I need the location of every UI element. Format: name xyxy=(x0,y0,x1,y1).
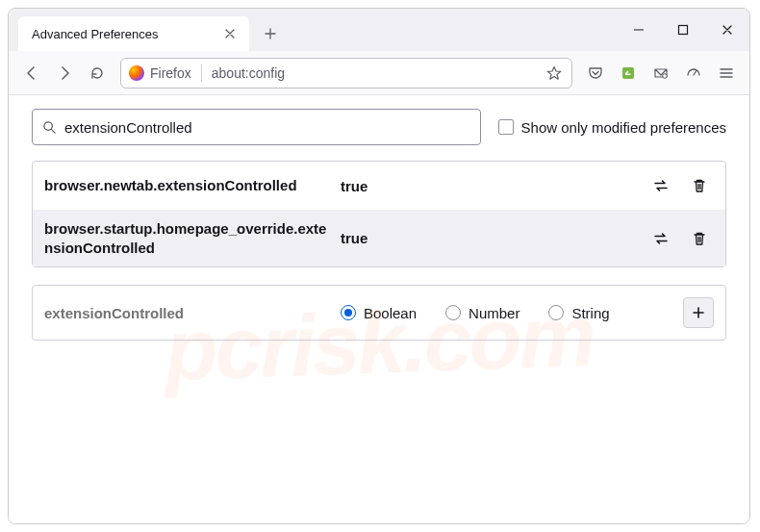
svg-rect-0 xyxy=(679,26,688,35)
pocket-button[interactable] xyxy=(580,58,611,89)
search-icon xyxy=(42,120,57,135)
window-controls xyxy=(617,9,749,51)
search-input[interactable] xyxy=(64,119,470,136)
reload-button[interactable] xyxy=(82,58,113,89)
radio-label: Number xyxy=(469,305,519,321)
radio-label: Boolean xyxy=(364,305,417,321)
url-bar[interactable]: Firefox about:config xyxy=(120,58,572,89)
checkbox-icon xyxy=(498,119,514,135)
close-window-button[interactable] xyxy=(705,9,749,51)
browser-tab[interactable]: Advanced Preferences xyxy=(18,16,249,51)
type-radio-group: Boolean Number String xyxy=(341,305,673,321)
svg-rect-1 xyxy=(622,67,634,79)
pref-row[interactable]: browser.startup.homepage_override.extens… xyxy=(33,210,725,266)
tab-title: Advanced Preferences xyxy=(32,27,220,41)
identity-label: Firefox xyxy=(150,65,191,81)
radio-boolean[interactable]: Boolean xyxy=(341,305,417,321)
checkbox-label-text: Show only modified preferences xyxy=(521,119,726,136)
identity-box[interactable]: Firefox xyxy=(129,64,202,82)
forward-button[interactable] xyxy=(49,58,80,89)
radio-label: String xyxy=(571,305,609,321)
delete-button[interactable] xyxy=(685,171,714,200)
bookmark-star-icon[interactable] xyxy=(543,62,566,85)
radio-number[interactable]: Number xyxy=(445,305,519,321)
radio-icon xyxy=(445,305,461,320)
mail-button[interactable] xyxy=(646,58,676,89)
url-text: about:config xyxy=(212,65,543,81)
new-pref-name: extensionControlled xyxy=(44,305,331,321)
pref-row[interactable]: browser.newtab.extensionControlled true xyxy=(33,162,725,210)
show-modified-checkbox[interactable]: Show only modified preferences xyxy=(498,119,726,136)
svg-point-2 xyxy=(663,73,668,78)
pref-value: true xyxy=(341,230,637,246)
browser-window: Advanced Preferences xyxy=(8,8,750,524)
pref-value: true xyxy=(341,178,637,194)
extension-button[interactable] xyxy=(613,58,644,89)
dashboard-button[interactable] xyxy=(678,58,709,89)
search-row: Show only modified preferences xyxy=(32,109,726,145)
delete-button[interactable] xyxy=(685,224,714,253)
new-tab-button[interactable] xyxy=(255,18,286,49)
toggle-button[interactable] xyxy=(646,224,675,253)
new-pref-box: extensionControlled Boolean Number Strin… xyxy=(32,285,726,341)
maximize-button[interactable] xyxy=(661,9,705,51)
radio-icon xyxy=(548,305,564,320)
toolbar: Firefox about:config xyxy=(9,51,749,95)
prefs-list: browser.newtab.extensionControlled true … xyxy=(32,161,726,267)
about-config-content: Show only modified preferences browser.n… xyxy=(9,95,749,523)
toggle-button[interactable] xyxy=(646,171,675,200)
new-pref-row: extensionControlled Boolean Number Strin… xyxy=(33,286,725,340)
pref-name: browser.startup.homepage_override.extens… xyxy=(44,219,331,257)
back-button[interactable] xyxy=(16,58,47,89)
add-pref-button[interactable] xyxy=(683,297,714,328)
app-menu-button[interactable] xyxy=(711,58,742,89)
titlebar: Advanced Preferences xyxy=(9,9,749,51)
minimize-button[interactable] xyxy=(617,9,661,51)
search-box[interactable] xyxy=(32,109,481,145)
pref-name: browser.newtab.extensionControlled xyxy=(44,176,331,195)
radio-string[interactable]: String xyxy=(548,305,609,321)
close-tab-icon[interactable] xyxy=(220,24,240,43)
firefox-logo-icon xyxy=(129,65,144,81)
radio-icon xyxy=(341,305,356,320)
